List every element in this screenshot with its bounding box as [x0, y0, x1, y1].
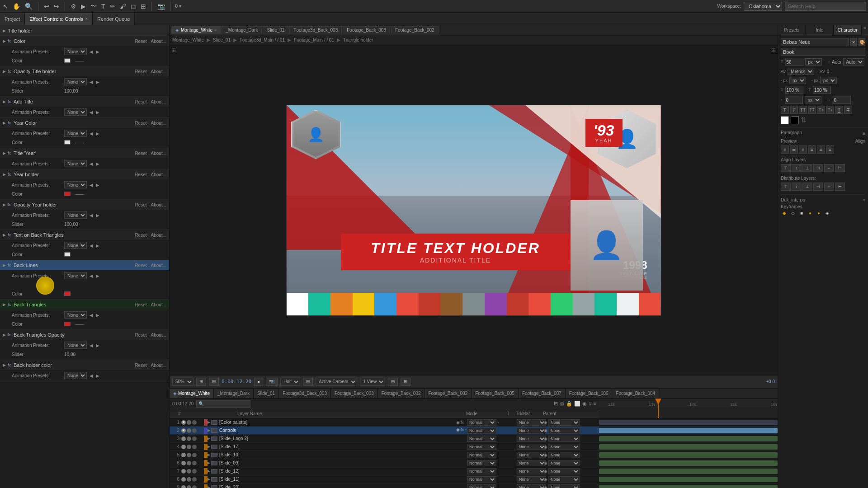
reset-btn[interactable]: Reset — [135, 363, 146, 368]
lock-btn[interactable] — [192, 477, 197, 482]
render-btn[interactable]: ⊞ — [388, 378, 398, 386]
layer-trk-dropdown[interactable]: None — [517, 484, 546, 488]
preset-dropdown[interactable]: None — [64, 181, 87, 188]
allcaps-btn[interactable]: TT — [799, 106, 807, 114]
left-arrow[interactable]: ◀ — [90, 313, 93, 318]
right-arrow[interactable]: ▶ — [96, 313, 99, 318]
lock-btn[interactable] — [192, 469, 197, 474]
right-arrow[interactable]: ▶ — [96, 80, 99, 84]
parent-dropdown[interactable]: None — [548, 419, 580, 426]
lock-btn[interactable] — [192, 461, 197, 465]
parent-dropdown[interactable]: None — [548, 452, 580, 458]
color-circle-indicator[interactable] — [36, 277, 54, 295]
reset-btn[interactable]: Reset — [135, 39, 146, 44]
timeline-tab-slide01[interactable]: Slide_01 — [254, 389, 279, 398]
expand-all[interactable]: ≡ — [594, 401, 596, 407]
font-style-input[interactable] — [781, 48, 865, 56]
timeline-tab-footage3d[interactable]: Footage3d_Back_003 — [279, 389, 331, 398]
right-arrow[interactable]: ▶ — [96, 243, 99, 248]
left-arrow[interactable]: ◀ — [90, 373, 93, 378]
playhead[interactable] — [658, 399, 659, 418]
tab-effect-controls[interactable]: Effect Controls: Controls × — [25, 13, 93, 25]
effect-add-title-header[interactable]: ▶ fx Add Title Reset About... — [0, 97, 169, 107]
quality-dropdown[interactable]: Half — [280, 378, 300, 386]
right-arrow[interactable]: ▶ — [96, 373, 99, 378]
kf-ease-icon[interactable]: ◇ — [789, 209, 797, 216]
tab-info[interactable]: Info — [806, 25, 834, 35]
tab-render-queue[interactable]: Render Queue — [93, 13, 135, 25]
kf-auto-icon[interactable]: ● — [815, 209, 822, 216]
parent-dropdown[interactable]: None — [548, 427, 580, 434]
zoom-dropdown[interactable]: 50% — [172, 378, 193, 386]
tool-brush[interactable]: 🖌 — [119, 2, 127, 11]
num-toggle[interactable]: # — [589, 401, 591, 407]
visibility-btn[interactable]: 👁 — [181, 428, 186, 433]
align-vmid-btn[interactable]: ↕ — [792, 164, 802, 172]
parent-icon[interactable]: ◉ — [544, 461, 547, 465]
preset-dropdown[interactable]: None — [64, 242, 87, 249]
breadcrumb-1[interactable]: Montage_White — [172, 38, 204, 42]
layer-mode-dropdown[interactable]: Normal — [467, 468, 496, 474]
color-swatch[interactable] — [64, 192, 71, 196]
dist-hmid-btn[interactable]: ↔ — [824, 183, 834, 191]
parent-icon[interactable]: ◉ — [544, 485, 547, 488]
preset-dropdown[interactable]: None — [64, 108, 87, 116]
align-right-btn[interactable]: ≡ — [799, 145, 807, 154]
tool-undo[interactable]: ↩ — [43, 2, 50, 11]
sub-btn[interactable]: T↓ — [826, 106, 834, 114]
parent-icon[interactable]: ◉ — [544, 445, 547, 449]
solo-btn[interactable] — [187, 453, 191, 457]
right-arrow[interactable]: ▶ — [96, 213, 99, 218]
right-arrow[interactable]: ▶ — [96, 343, 99, 348]
workspace-dropdown[interactable]: Oklahoma — [744, 2, 782, 11]
align-bottom-btn[interactable]: ⊥ — [802, 164, 812, 172]
parent-icon[interactable]: ◉ — [544, 453, 547, 457]
strike-btn[interactable]: T̶ — [844, 106, 852, 114]
align-justify-btn[interactable]: ≣ — [808, 145, 816, 154]
tool-preview[interactable]: ▶ — [80, 2, 87, 11]
expand-icon[interactable]: ▶ — [208, 428, 210, 432]
visibility-btn[interactable] — [181, 469, 186, 474]
fill-color[interactable] — [781, 116, 789, 124]
reset-btn[interactable]: Reset — [135, 99, 146, 104]
baseline-unit[interactable]: px — [805, 96, 821, 103]
fullscreen-btn[interactable]: ⊞ — [771, 47, 776, 53]
reset-btn[interactable]: Reset — [135, 333, 146, 338]
layer-mode-dropdown[interactable]: Normal — [467, 484, 496, 488]
about-btn[interactable]: About... — [149, 172, 166, 177]
left-arrow[interactable]: ◀ — [90, 343, 93, 348]
timeline-tab-footageback002a[interactable]: Footage_Back_002 — [378, 389, 425, 398]
font-size-input[interactable] — [785, 58, 803, 66]
smallcaps-btn[interactable]: TT — [808, 106, 816, 114]
parent-icon[interactable]: ◉ — [544, 477, 547, 482]
snapshot-btn[interactable]: 📷 — [266, 378, 278, 386]
parent-dropdown[interactable]: None — [548, 484, 580, 488]
preset-dropdown[interactable]: None — [64, 160, 87, 167]
reset-btn[interactable]: Reset — [135, 121, 146, 126]
right-arrow[interactable]: ▶ — [96, 161, 99, 166]
leading-unit[interactable]: Auto — [843, 58, 864, 66]
about-btn[interactable]: About... — [149, 302, 166, 307]
layer-mode-dropdown[interactable]: Normal — [467, 427, 496, 434]
effect-year-color-header[interactable]: ▶ fx Year Color Reset About... — [0, 118, 169, 128]
breadcrumb-4[interactable]: Footage_Main / / 01 — [294, 38, 334, 42]
visibility-btn[interactable] — [181, 453, 186, 457]
comp-tab-footage-back2[interactable]: Footage_Back_002 — [391, 26, 439, 34]
align-right-edge-btn[interactable]: ⊢ — [835, 164, 845, 172]
search-help-input[interactable] — [785, 2, 866, 11]
stroke-color[interactable] — [791, 116, 799, 124]
layer-trk-dropdown[interactable]: None — [517, 444, 546, 450]
views-dropdown[interactable]: 1 View — [360, 378, 385, 386]
expand-icon[interactable]: ▶ — [208, 469, 210, 473]
effect-bhc-header[interactable]: ▶ fx Back holder color Reset About... — [0, 360, 169, 370]
preset-dropdown[interactable]: None — [64, 272, 87, 279]
lock-btn[interactable] — [192, 436, 197, 441]
label-toggle[interactable]: ◉ — [582, 401, 587, 407]
right-arrow[interactable]: ▶ — [96, 273, 99, 278]
effect-text-back-header[interactable]: ▶ fx Text on Back Triangles Reset About.… — [0, 230, 169, 240]
layer-trk-dropdown[interactable]: None — [517, 452, 546, 458]
about-btn[interactable]: About... — [149, 333, 166, 338]
solo-btn[interactable] — [187, 420, 191, 425]
expand-icon[interactable]: ▶ — [208, 453, 210, 457]
preset-dropdown[interactable]: None — [64, 211, 87, 219]
